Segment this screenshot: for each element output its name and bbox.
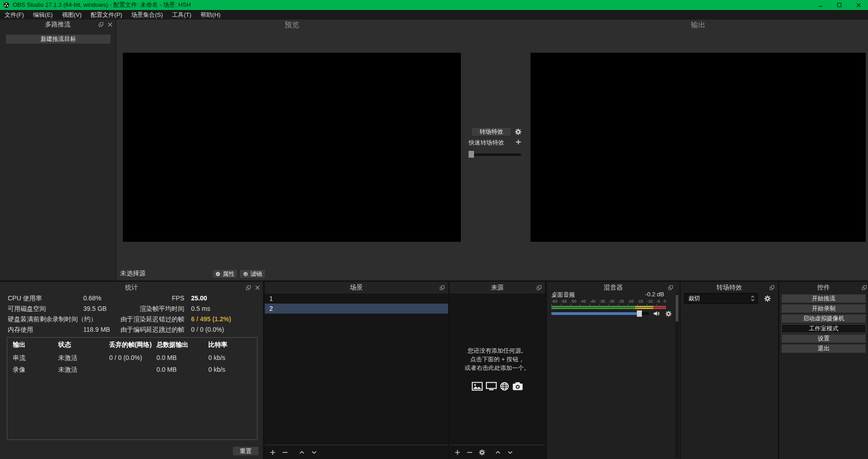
float-dock-icon[interactable] <box>769 285 775 290</box>
minimize-button[interactable] <box>811 0 830 10</box>
combo-spinner-icons <box>751 295 755 302</box>
table-cell: 0.0 MB <box>156 366 177 373</box>
volume-meter-left <box>551 306 666 307</box>
transitions-dock-header[interactable]: 转场特效 <box>681 282 778 294</box>
transition-properties-gear-icon[interactable] <box>763 294 772 303</box>
stats-dock: 统计 CPU 使用率 0.68% FPS 25.00 可用磁盘空间 39.5 G… <box>0 282 263 459</box>
speaker-icon[interactable] <box>652 309 661 318</box>
scene-list: 1 2 <box>265 294 448 444</box>
scenes-dock-title: 场景 <box>350 284 363 292</box>
scenes-dock-header[interactable]: 场景 <box>265 282 448 294</box>
remove-scene-icon[interactable] <box>282 449 288 456</box>
stat-label: CPU 使用率 <box>8 294 42 303</box>
mixer-scrollbar[interactable] <box>675 294 679 458</box>
volume-slider[interactable] <box>551 310 649 317</box>
close-dock-icon[interactable] <box>108 22 112 27</box>
stat-label: 硬盘装满前剩余录制时间（约） <box>8 315 97 324</box>
table-header: 输出 <box>13 341 25 349</box>
obs-logo <box>3 2 10 8</box>
mixer-gear-icon[interactable] <box>664 309 672 318</box>
close-button[interactable] <box>849 0 868 10</box>
start-recording-button[interactable]: 开始录制 <box>781 304 866 313</box>
menu-scene-collection[interactable]: 场景集合(S) <box>127 10 167 20</box>
slider-handle[interactable] <box>469 151 474 158</box>
move-source-up-icon[interactable] <box>495 449 501 456</box>
table-cell: 录像 <box>13 366 25 374</box>
stats-dock-title: 统计 <box>125 284 138 292</box>
close-dock-icon[interactable] <box>255 285 260 290</box>
float-dock-icon[interactable] <box>98 22 104 27</box>
source-properties-label: 属性 <box>223 270 235 278</box>
sources-toolbar <box>449 444 545 459</box>
studio-mode-button[interactable]: 工作室模式 <box>781 324 866 333</box>
maximize-button[interactable] <box>830 0 849 10</box>
source-properties-icon[interactable] <box>479 449 485 456</box>
table-header: 总数据输出 <box>156 341 188 349</box>
empty-sources-line: 或者右击此处添加一个。 <box>449 364 545 372</box>
float-dock-icon[interactable] <box>536 285 542 290</box>
add-scene-icon[interactable] <box>269 449 276 456</box>
scene-item[interactable]: 1 <box>265 294 448 304</box>
transition-gear-icon[interactable] <box>514 128 522 136</box>
sources-dock: 来源 您还没有添加任何源。 点击下面的 + 按钮， 或者右击此处添加一个。 <box>449 282 545 459</box>
source-list-empty[interactable]: 您还没有添加任何源。 点击下面的 + 按钮， 或者右击此处添加一个。 <box>449 294 545 444</box>
preview-canvas[interactable] <box>123 53 461 242</box>
transition-duration-slider[interactable] <box>469 151 521 158</box>
add-quick-transition-icon[interactable] <box>514 138 522 146</box>
move-scene-up-icon[interactable] <box>298 449 305 456</box>
stat-label: FPS <box>111 294 184 302</box>
stats-row: 内存使用 118.9 MB 由于编码延迟跳过的帧 0 / 0 (0.0%) <box>0 326 263 335</box>
menu-help[interactable]: 帮助(H) <box>196 10 225 20</box>
menu-edit[interactable]: 编辑(E) <box>29 10 57 20</box>
float-dock-icon[interactable] <box>668 285 673 290</box>
program-label: 输出 <box>530 20 866 30</box>
stat-label: 由于编码延迟跳过的帧 <box>111 326 184 334</box>
stat-value: 0.68% <box>83 294 101 302</box>
menu-view[interactable]: 视图(V) <box>57 10 86 20</box>
add-source-icon[interactable] <box>454 449 461 456</box>
mixer-tick-marks <box>551 304 666 305</box>
settings-button[interactable]: 设置 <box>781 334 866 343</box>
volume-slider-handle[interactable] <box>637 310 642 317</box>
source-filters-button[interactable]: 滤镜 <box>239 269 266 279</box>
transition-select-combobox[interactable]: 裁切 <box>684 293 758 304</box>
start-streaming-button[interactable]: 开始推流 <box>781 294 866 303</box>
menu-tools[interactable]: 工具(T) <box>167 10 196 20</box>
float-dock-icon[interactable] <box>439 285 445 290</box>
transitions-dock-title: 转场特效 <box>717 284 742 292</box>
table-cell: 未激活 <box>58 366 77 374</box>
program-canvas[interactable] <box>530 53 866 242</box>
no-source-selected-label: 未选择源 <box>120 269 146 278</box>
sources-dock-header[interactable]: 来源 <box>449 282 545 294</box>
apply-transition-button[interactable]: 转场特效 <box>471 127 511 136</box>
controls-dock-header[interactable]: 控件 <box>779 282 868 294</box>
stats-row: 可用磁盘空间 39.5 GB 渲染帧平均时间 0.5 ms <box>0 305 263 314</box>
menu-bar: 文件(F) 编辑(E) 视图(V) 配置文件(P) 场景集合(S) 工具(T) … <box>0 10 868 20</box>
move-scene-down-icon[interactable] <box>311 449 318 456</box>
mixer-scrollbar-thumb[interactable] <box>676 295 678 321</box>
remove-source-icon[interactable] <box>466 449 473 456</box>
exit-button[interactable]: 退出 <box>781 344 866 353</box>
float-dock-icon[interactable] <box>246 285 251 290</box>
multistream-dock: 多路推流 新建推流目标 <box>0 20 116 280</box>
scene-item-selected[interactable]: 2 <box>265 304 448 314</box>
titlebar[interactable]: OBS Studio 27.1.3 (64-bit, windows) - 配置… <box>0 0 868 10</box>
stats-reset-button[interactable]: 重置 <box>232 446 259 456</box>
stat-value: 39.5 GB <box>83 305 106 312</box>
start-virtual-camera-button[interactable]: 启动虚拟摄像机 <box>781 314 866 323</box>
source-properties-button[interactable]: 属性 <box>212 269 237 279</box>
empty-sources-line: 您还没有添加任何源。 <box>449 346 545 355</box>
move-source-down-icon[interactable] <box>507 449 514 456</box>
new-stream-target-button[interactable]: 新建推流目标 <box>5 34 111 44</box>
controls-dock: 控件 开始推流 开始录制 启动虚拟摄像机 工作室模式 设置 退出 <box>779 282 868 459</box>
table-cell: 未激活 <box>58 354 77 362</box>
empty-sources-line: 点击下面的 + 按钮， <box>449 355 545 364</box>
menu-profile[interactable]: 配置文件(P) <box>86 10 126 20</box>
menu-file[interactable]: 文件(F) <box>0 10 29 20</box>
slider-track <box>469 154 521 156</box>
obs-window: OBS Studio 27.1.3 (64-bit, windows) - 配置… <box>0 0 868 459</box>
multistream-dock-header[interactable]: 多路推流 <box>0 20 116 30</box>
float-dock-icon[interactable] <box>862 285 867 290</box>
browser-source-icon <box>500 382 509 391</box>
stats-dock-header[interactable]: 统计 <box>0 282 263 294</box>
